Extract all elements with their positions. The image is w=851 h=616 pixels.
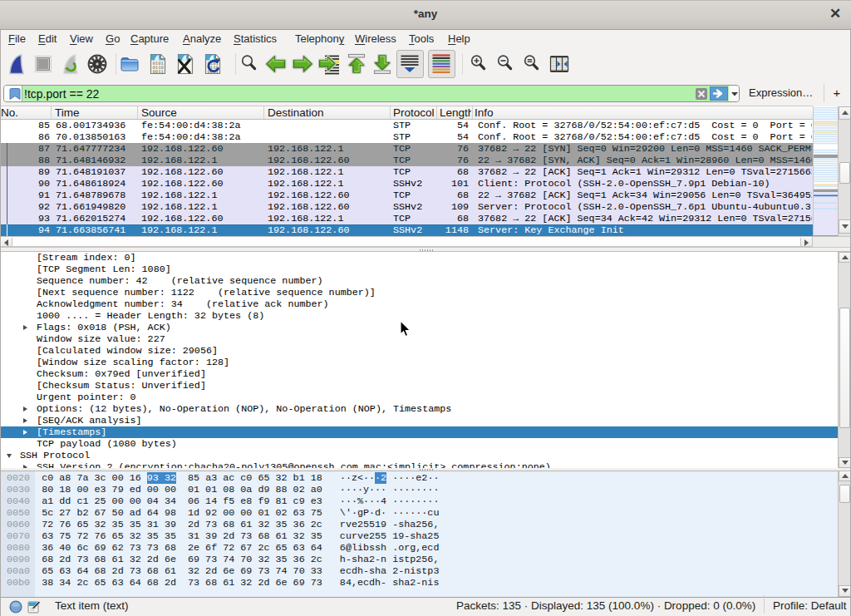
svg-text:0011: 0011	[153, 69, 165, 75]
